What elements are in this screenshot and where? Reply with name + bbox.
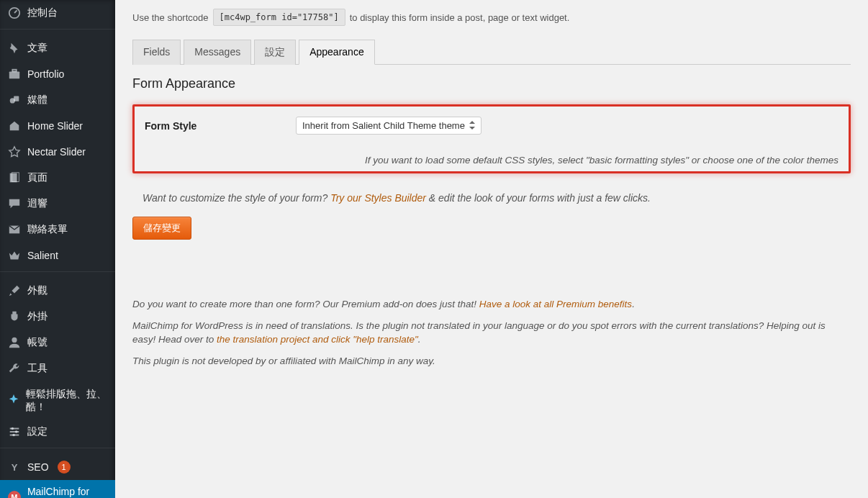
premium-benefits-link[interactable]: Have a look at all Premium benefits — [479, 299, 632, 309]
form-style-label: Form Style — [145, 117, 253, 132]
form-style-row: Form Style Inherit from Salient Child Th… — [145, 117, 838, 135]
sidebar-item-seo[interactable]: Y SEO 1 — [0, 454, 115, 480]
form-style-select[interactable]: Inherit from Salient Child Theme theme — [296, 117, 482, 135]
sidebar-item-salient[interactable]: Salient — [0, 243, 115, 268]
sidebar-item-media[interactable]: 媒體 — [0, 87, 115, 113]
pin-icon — [7, 41, 22, 55]
sidebar-item-easy-layout[interactable]: 輕鬆排版拖、拉、酷！ — [0, 381, 115, 419]
media-icon — [7, 93, 22, 107]
svg-rect-5 — [10, 173, 17, 183]
select-value: Inherit from Salient Child Theme theme — [302, 120, 465, 131]
main-content: Use the shortcode [mc4wp_form id="17758"… — [115, 0, 868, 498]
sidebar-item-label: 輕鬆排版拖、拉、酷！ — [26, 387, 108, 413]
sidebar-item-home-slider[interactable]: Home Slider — [0, 113, 115, 139]
wrench-icon — [7, 361, 22, 376]
dashboard-icon — [7, 6, 22, 20]
sidebar-item-appearance[interactable]: 外觀 — [0, 278, 115, 304]
sidebar-item-mailchimp-for-wp[interactable]: M MailChimp for WP — [0, 480, 115, 498]
sidebar-item-label: 聯絡表單 — [27, 223, 68, 236]
sidebar-item-label: 外掛 — [27, 310, 48, 323]
footer-disclaimer: This plugin is not developed by or affil… — [132, 354, 851, 368]
sidebar-item-nectar-slider[interactable]: Nectar Slider — [0, 139, 115, 165]
mail-icon — [7, 222, 22, 237]
footer-p2-end: . — [418, 334, 421, 345]
tab-appearance[interactable]: Appearance — [299, 40, 375, 65]
promo-prefix: Want to customize the style of your form… — [143, 192, 327, 204]
tabs: Fields Messages 設定 Appearance — [132, 39, 851, 65]
crown-icon — [7, 248, 22, 263]
sidebar-item-posts[interactable]: 文章 — [0, 35, 115, 61]
svg-rect-1 — [9, 71, 19, 78]
svg-rect-2 — [12, 70, 16, 72]
admin-sidebar: 控制台 文章 Portfolio 媒體 Home Slider Nectar S… — [0, 0, 115, 498]
sidebar-item-plugins[interactable]: 外掛 — [0, 304, 115, 330]
sidebar-item-dashboard[interactable]: 控制台 — [0, 0, 115, 26]
sidebar-item-label: MailChimp for WP — [27, 486, 108, 498]
sidebar-item-label: 文章 — [27, 42, 48, 55]
shortcode-code[interactable]: [mc4wp_form id="17758"] — [213, 9, 345, 26]
sidebar-item-label: Salient — [27, 250, 58, 261]
styles-builder-promo: Want to customize the style of your form… — [143, 192, 851, 204]
shortcode-prefix: Use the shortcode — [132, 12, 209, 23]
sidebar-item-contact-form[interactable]: 聯絡表單 — [0, 217, 115, 243]
briefcase-icon — [7, 67, 22, 81]
chevron-updown-icon — [469, 121, 475, 131]
mailchimp-icon: M — [7, 490, 22, 498]
footer-p1-end: . — [632, 299, 635, 309]
tab-fields[interactable]: Fields — [132, 40, 181, 65]
footer-p1-text: Do you want to create more than one form… — [132, 299, 476, 309]
sidebar-item-label: 媒體 — [27, 94, 48, 107]
sidebar-item-portfolio[interactable]: Portfolio — [0, 61, 115, 87]
sidebar-item-label: 工具 — [27, 362, 48, 375]
promo-suffix: & edit the look of your forms with just … — [429, 192, 651, 204]
sidebar-item-settings[interactable]: 設定 — [0, 419, 115, 445]
sidebar-item-pages[interactable]: 頁面 — [0, 165, 115, 191]
sidebar-item-tools[interactable]: 工具 — [0, 356, 115, 381]
star-icon — [7, 145, 22, 159]
sidebar-item-label: Home Slider — [27, 120, 83, 132]
comment-icon — [7, 196, 22, 211]
sidebar-item-comments[interactable]: 迴響 — [0, 191, 115, 217]
sidebar-item-label: 頁面 — [27, 171, 48, 184]
brush-icon — [7, 284, 22, 298]
sliders-icon — [7, 425, 22, 439]
save-button[interactable]: 儲存變更 — [132, 217, 191, 240]
sidebar-item-label: Portfolio — [27, 68, 64, 80]
plug-icon — [7, 309, 22, 324]
styles-builder-link[interactable]: Try our Styles Builder — [330, 192, 426, 204]
sidebar-item-label: 外觀 — [27, 284, 48, 297]
form-style-hint: If you want to load some default CSS sty… — [145, 155, 838, 166]
footer-notes: Do you want to create more than one form… — [132, 297, 851, 368]
translation-project-link[interactable]: the translation project and click "help … — [217, 334, 418, 345]
home-icon — [7, 119, 22, 133]
sidebar-item-label: 帳號 — [27, 336, 48, 349]
form-style-highlight-box: Form Style Inherit from Salient Child Th… — [132, 104, 851, 173]
user-icon — [7, 335, 22, 350]
svg-point-8 — [12, 338, 17, 343]
svg-point-9 — [12, 427, 14, 430]
sidebar-item-users[interactable]: 帳號 — [0, 330, 115, 356]
sparkle-icon — [7, 393, 20, 407]
page-icon — [7, 171, 22, 185]
update-badge: 1 — [58, 461, 71, 474]
sidebar-item-label: SEO — [27, 461, 49, 473]
shortcode-instruction: Use the shortcode [mc4wp_form id="17758"… — [132, 9, 851, 26]
svg-rect-4 — [14, 96, 19, 101]
sidebar-item-label: 控制台 — [27, 6, 58, 19]
tab-messages[interactable]: Messages — [184, 40, 251, 65]
sidebar-item-label: 設定 — [27, 425, 48, 438]
svg-point-11 — [12, 434, 15, 437]
shortcode-suffix: to display this form inside a post, page… — [350, 12, 570, 23]
sidebar-item-label: Nectar Slider — [27, 146, 86, 158]
sidebar-item-label: 迴響 — [27, 197, 48, 210]
section-title: Form Appearance — [132, 76, 851, 91]
svg-point-10 — [15, 431, 18, 434]
seo-icon: Y — [7, 460, 22, 474]
tab-settings[interactable]: 設定 — [254, 40, 296, 65]
